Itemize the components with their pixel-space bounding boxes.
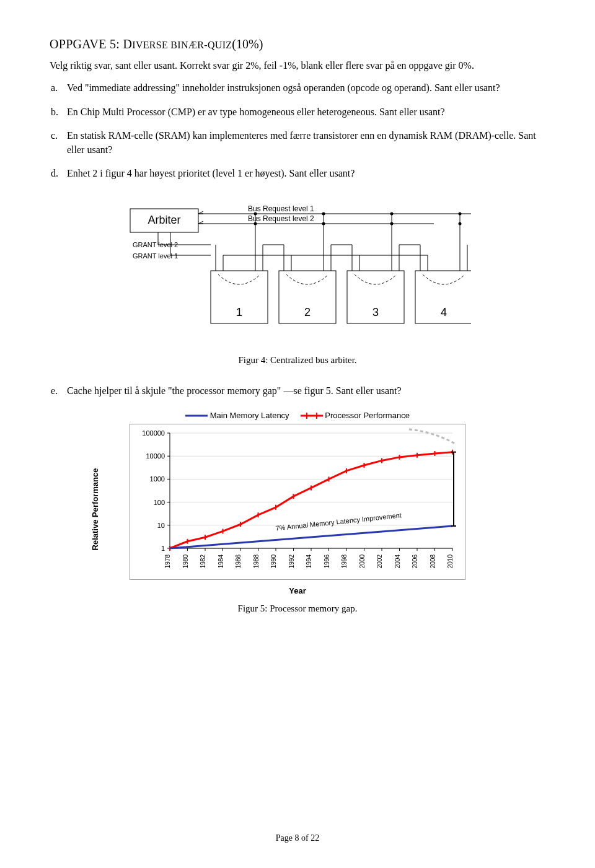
page-number: Page 8 of 22	[0, 833, 595, 843]
figure-4: Arbiter Bus Request level 1 Bus Request …	[50, 193, 545, 366]
svg-text:2008: 2008	[430, 554, 436, 568]
svg-text:1988: 1988	[253, 554, 260, 568]
question-list: a.Ved "immediate addressing" inneholder …	[50, 81, 545, 180]
svg-text:100000: 100000	[142, 429, 165, 437]
svg-text:1994: 1994	[306, 554, 312, 568]
svg-text:1998: 1998	[341, 554, 348, 568]
question-c: c.En statisk RAM-celle (SRAM) kan implem…	[67, 129, 545, 157]
question-d: d.Enhet 2 i figur 4 har høyest prioritet…	[67, 167, 545, 180]
svg-text:100: 100	[154, 498, 165, 506]
chart-legend: Main Memory Latency Processor Performanc…	[50, 411, 545, 420]
svg-text:2004: 2004	[394, 554, 401, 568]
svg-text:10: 10	[157, 522, 165, 529]
figure-4-caption: Figur 4: Centralized bus arbiter.	[50, 355, 545, 366]
legend-item-memory: Main Memory Latency	[185, 411, 289, 420]
question-e: e.Cache hjelper til å skjule "the proces…	[67, 384, 545, 398]
chart-x-axis-label: Year	[130, 586, 465, 595]
svg-text:1: 1	[236, 306, 242, 318]
svg-text:2006: 2006	[412, 554, 418, 568]
question-b: b.En Chip Multi Processor (CMP) er av ty…	[67, 105, 545, 119]
question-list-2: e.Cache hjelper til å skjule "the proces…	[50, 384, 545, 398]
svg-text:3: 3	[372, 306, 379, 318]
figure-5: Main Memory Latency Processor Performanc…	[50, 411, 545, 614]
svg-text:2010: 2010	[447, 554, 454, 568]
svg-point-41	[459, 213, 462, 216]
svg-text:1992: 1992	[288, 554, 295, 568]
bus-request-1-label: Bus Request level 1	[248, 204, 314, 213]
svg-text:2: 2	[304, 306, 311, 318]
svg-text:1986: 1986	[235, 554, 242, 568]
svg-text:7% Annual Memory Latency Impro: 7% Annual Memory Latency Improvement	[275, 511, 402, 532]
svg-text:1984: 1984	[218, 554, 224, 568]
arbiter-label: Arbiter	[148, 214, 180, 226]
question-a: a.Ved "immediate addressing" inneholder …	[67, 81, 545, 95]
svg-text:1978: 1978	[164, 554, 171, 568]
svg-point-26	[322, 222, 325, 226]
svg-text:2002: 2002	[376, 554, 383, 568]
svg-point-44	[459, 222, 462, 226]
svg-text:1: 1	[161, 545, 165, 552]
svg-text:1982: 1982	[200, 554, 206, 568]
svg-point-31	[390, 213, 394, 216]
intro-text: Velg riktig svar, sant eller usant. Korr…	[50, 59, 545, 72]
svg-text:4: 4	[441, 306, 447, 318]
svg-point-36	[390, 222, 394, 226]
arbiter-diagram-svg: Arbiter Bus Request level 1 Bus Request …	[124, 196, 471, 345]
svg-point-16	[254, 222, 257, 226]
svg-text:1996: 1996	[324, 554, 330, 568]
task-heading: OPPGAVE 5: DIVERSE BINÆR-QUIZ(10%)	[50, 37, 545, 51]
grant-1-label: GRANT level 1	[133, 252, 178, 260]
bus-request-2-label: Bus Request level 2	[248, 214, 314, 223]
svg-point-11	[254, 213, 257, 216]
svg-text:1000: 1000	[150, 475, 165, 483]
svg-point-21	[322, 213, 325, 216]
svg-text:2000: 2000	[359, 554, 366, 568]
chart-y-axis-label: Relative Performance	[90, 468, 100, 551]
svg-text:10000: 10000	[146, 452, 165, 460]
legend-item-processor: Processor Performance	[301, 411, 410, 420]
figure-5-caption: Figur 5: Processor memory gap.	[50, 603, 545, 614]
svg-text:1980: 1980	[182, 554, 189, 568]
processor-memory-gap-chart: 1101001000100001000001978198019821984198…	[130, 424, 465, 580]
svg-text:1990: 1990	[270, 554, 277, 568]
